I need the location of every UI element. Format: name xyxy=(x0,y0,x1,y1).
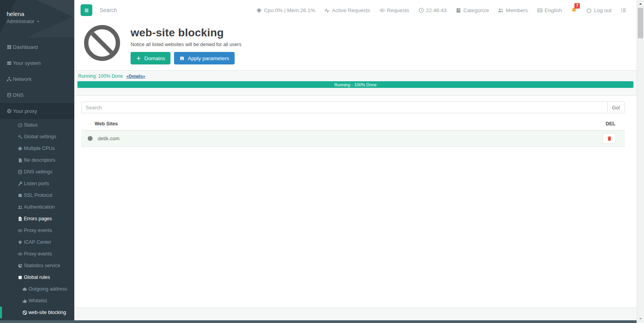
page-header-text: web-site blocking Notice all listed webs… xyxy=(131,24,241,64)
topbar-cpu-mem-stats-label: Cpu:0% | Mem:26.1% xyxy=(264,7,315,13)
sidebar-item-label: file descriptors xyxy=(24,157,56,163)
pie-icon xyxy=(18,263,23,268)
sidebar-item-label: Multiple CPUs xyxy=(24,146,55,152)
topbar-language[interactable]: English xyxy=(537,7,562,13)
topbar-notifications[interactable]: 7 xyxy=(571,7,577,13)
topbar-active-requests[interactable]: Active Requests xyxy=(324,7,370,13)
topbar-logout[interactable]: Log out xyxy=(586,7,612,13)
go-button[interactable]: Go! xyxy=(607,102,625,113)
sidebar-item-ssl-protocol[interactable]: SSL Protocol xyxy=(0,189,74,201)
scroll-down-icon[interactable] xyxy=(638,316,643,321)
users-icon xyxy=(18,205,23,210)
sidebar-item-listen-ports[interactable]: Listen ports xyxy=(0,178,74,189)
table-search-input[interactable] xyxy=(81,102,607,113)
sidebar-item-label: Dashboard xyxy=(13,44,38,50)
ban-icon xyxy=(22,310,27,315)
trash-icon xyxy=(607,136,612,141)
sidebar-item-proxy-events[interactable]: Proxy events xyxy=(0,248,74,260)
main-area: Cpu:0% | Mem:26.1%Active RequestsRequest… xyxy=(74,0,637,323)
wrench-icon xyxy=(18,181,23,186)
sidebar-item-your-proxy[interactable]: Your proxy xyxy=(0,103,74,119)
scrollbar-thumb[interactable] xyxy=(638,8,643,38)
column-web-sites: Web Sites xyxy=(95,121,118,127)
status-running-text: Running: 100% Done xyxy=(78,73,123,79)
delete-site-button[interactable] xyxy=(603,133,616,144)
clock-icon xyxy=(418,7,424,13)
domains-button[interactable]: Domains xyxy=(131,52,170,64)
top-navbar: Cpu:0% | Mem:26.1%Active RequestsRequest… xyxy=(74,0,637,20)
sidebar-item-icap-center[interactable]: ICAP Center xyxy=(0,236,74,248)
sidebar-item-label: Global settings xyxy=(24,134,56,140)
sidebar-item-global-rules[interactable]: Global rules xyxy=(0,271,74,283)
footer-strip xyxy=(74,307,637,320)
sidebar-item-proxy-events[interactable]: Proxy events xyxy=(0,225,74,236)
page-subtitle: Notice all listed websites will be denie… xyxy=(131,42,241,47)
square-icon xyxy=(18,193,23,198)
navbar-search-input[interactable] xyxy=(99,7,190,14)
sidebar-item-label: DNS xyxy=(13,92,23,98)
user-panel[interactable]: helena Administrator xyxy=(0,0,74,37)
page-header: web-site blocking Notice all listed webs… xyxy=(74,20,637,64)
sidebar: helena Administrator DashboardYour syste… xyxy=(0,0,74,323)
sidebar-item-label: Listen ports xyxy=(24,181,49,187)
topbar-task-list[interactable] xyxy=(621,7,626,13)
sidebar-item-label: Network xyxy=(13,76,32,82)
chip-icon xyxy=(256,7,262,13)
domains-button-label: Domains xyxy=(144,55,165,61)
globe-icon xyxy=(7,109,12,114)
sidebar-item-dns-settings[interactable]: DNS settings xyxy=(0,166,74,178)
topbar-cpu-mem-stats: Cpu:0% | Mem:26.1% xyxy=(256,7,315,13)
sidebar-item-label: DNS settings xyxy=(24,169,52,175)
topbar-categorize-label: Categorize xyxy=(463,7,489,13)
details-link[interactable]: «Details» xyxy=(126,74,145,79)
progress-fill: Running - 100% Done xyxy=(77,81,633,88)
sidebar-item-multiple-cpus[interactable]: Multiple CPUs xyxy=(0,143,74,154)
sidebar-item-status[interactable]: Status xyxy=(0,119,74,131)
sidebar-item-dns[interactable]: DNS xyxy=(0,87,74,103)
sidebar-item-global-settings[interactable]: Global settings xyxy=(0,131,74,143)
status-line: Running: 100% Done «Details» xyxy=(77,73,633,81)
thumb-up-icon xyxy=(22,298,27,303)
apply-parameters-button-label: Apply parameters xyxy=(188,55,229,61)
menu-toggle-button[interactable] xyxy=(81,4,92,16)
sidebar-item-your-system[interactable]: Your system xyxy=(0,55,74,71)
sidebar-item-label: Whitelist xyxy=(29,298,47,304)
sitemap-icon xyxy=(7,77,12,82)
cloud-icon xyxy=(22,287,27,292)
topbar-active-requests-label: Active Requests xyxy=(332,7,370,13)
sidebar-item-label: Statistics service xyxy=(24,263,60,269)
sidebar-item-dashboard[interactable]: Dashboard xyxy=(0,39,74,55)
vertical-scrollbar[interactable] xyxy=(637,0,644,323)
bell-wrap: 7 xyxy=(571,7,577,13)
topbar-language-label: English xyxy=(545,7,562,13)
sidebar-item-label: Errors pages xyxy=(24,216,52,222)
sidebar-item-label: Authentication xyxy=(24,204,55,210)
server-icon xyxy=(7,61,12,66)
sidebar-item-label: Your system xyxy=(13,60,41,66)
user-role[interactable]: Administrator xyxy=(7,19,74,24)
header-buttons: Domains Apply parameters xyxy=(131,52,241,64)
sidebar-item-outgoing-address[interactable]: Outgoing address xyxy=(0,283,74,295)
tasks-icon xyxy=(621,7,626,13)
apply-parameters-button[interactable]: Apply parameters xyxy=(174,52,235,64)
page-bottom-edge xyxy=(0,320,637,323)
topbar-members[interactable]: Members xyxy=(498,7,527,13)
sidebar-item-network[interactable]: Network xyxy=(0,71,74,87)
topbar-members-label: Members xyxy=(506,7,527,13)
content: Go! Web Sites DEL detik.com xyxy=(74,96,637,147)
sidebar-item-file-descriptors[interactable]: file descriptors xyxy=(0,154,74,166)
sidebar-item-errors-pages[interactable]: Errors pages xyxy=(0,213,74,225)
sidebar-item-whitelist[interactable]: Whitelist xyxy=(0,295,74,307)
sidebar-item-statistics-service[interactable]: Statistics service xyxy=(0,260,74,271)
sidebar-item-label: ICAP Center xyxy=(24,239,51,245)
sidebar-item-web-site-blocking[interactable]: web-site blocking xyxy=(0,307,74,318)
gauge-icon xyxy=(18,123,23,128)
sidebar-item-authentication[interactable]: Authentication xyxy=(0,201,74,213)
scroll-up-icon[interactable] xyxy=(638,2,643,6)
sidebar-item-label: Global rules xyxy=(24,275,50,280)
topbar-requests-label: Requests xyxy=(387,7,409,13)
topbar-requests[interactable]: Requests xyxy=(379,7,409,13)
dashboard-icon xyxy=(7,45,12,50)
sidebar-item-label: Your proxy xyxy=(13,108,37,114)
topbar-categorize[interactable]: Categorize xyxy=(456,7,489,13)
